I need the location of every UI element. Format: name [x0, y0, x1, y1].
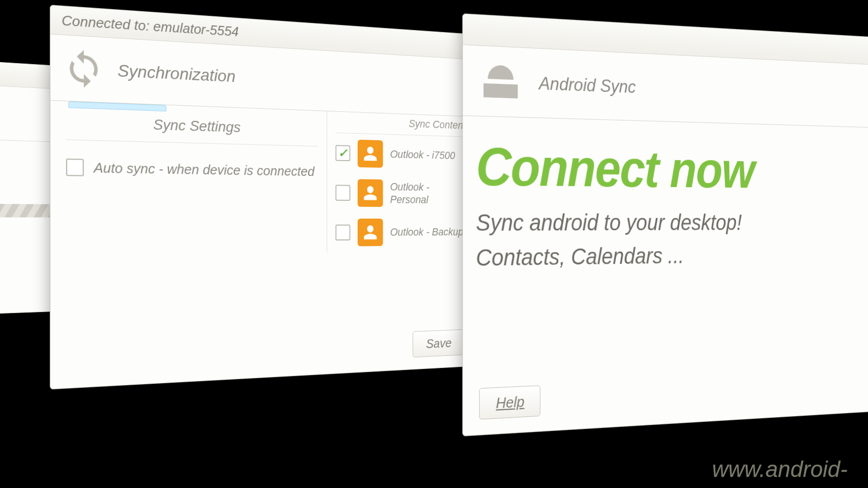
item-label: Outlook - Backup: [390, 226, 464, 238]
sync-content-item[interactable]: Outlook - Personal: [335, 173, 468, 213]
header-label: Android Sync: [539, 73, 636, 98]
header-label: Synchronization: [118, 60, 236, 86]
watermark-url: www.android-: [712, 456, 848, 482]
item-label: Outlook - Personal: [390, 180, 468, 206]
sync-content-item[interactable]: Outlook - Backup: [335, 212, 468, 252]
person-icon: [358, 140, 383, 168]
sync-icon: [63, 47, 104, 90]
autosync-label: Auto sync - when device is connected: [94, 159, 314, 179]
item-checkbox[interactable]: [335, 225, 350, 240]
save-button[interactable]: Save: [413, 329, 465, 358]
item-checkbox[interactable]: [335, 145, 350, 161]
headline: Connect now: [463, 116, 868, 205]
help-button[interactable]: Help: [479, 385, 541, 420]
android-icon: [475, 58, 526, 105]
subtitle-line1: Sync android to your desktop!: [463, 203, 868, 238]
autosync-checkbox[interactable]: [66, 159, 84, 176]
sync-settings-window: Connected to: emulator-5554 Synchronizat…: [50, 5, 478, 389]
connect-window: Android Sync Connect now Sync android to…: [462, 13, 868, 436]
sync-content-item[interactable]: Outlook - i7500: [335, 133, 468, 175]
autosync-row[interactable]: Auto sync - when device is connected: [66, 140, 319, 196]
person-icon: [358, 219, 383, 246]
item-label: Outlook - i7500: [390, 148, 455, 162]
subtitle-line2: Contacts, Calendars ...: [463, 236, 868, 273]
person-icon: [358, 179, 383, 207]
item-checkbox[interactable]: [335, 185, 350, 201]
